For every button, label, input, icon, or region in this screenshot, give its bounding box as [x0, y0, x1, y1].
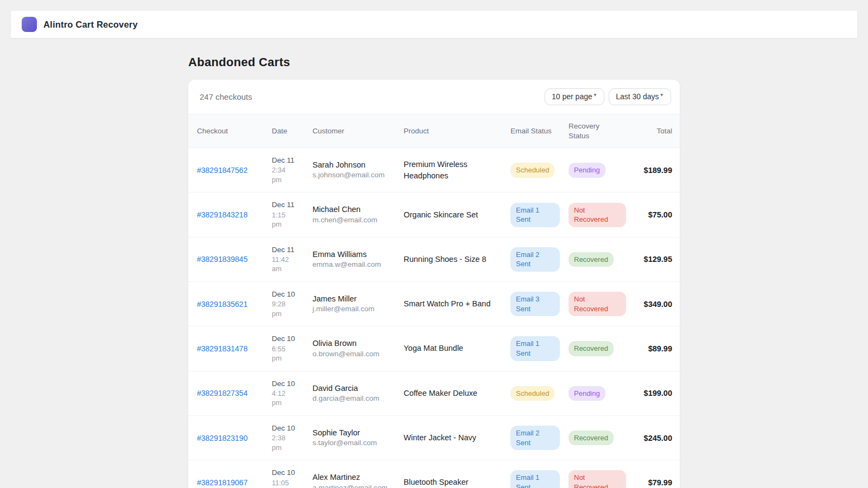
- email-status-badge: Email 2 Sent: [510, 247, 560, 272]
- customer-name: David Garcia: [312, 383, 395, 394]
- chevron-down-icon: ▼: [593, 93, 597, 98]
- table-row: #38291831478 Dec 10 6:55 pm Olivia Brown…: [188, 326, 680, 371]
- table-row: #38291835621 Dec 10 9:28 pm James Miller…: [188, 282, 680, 326]
- order-date: Dec 10: [272, 379, 304, 389]
- checkout-link[interactable]: #38291823190: [197, 434, 247, 442]
- email-status-badge: Email 1 Sent: [510, 336, 560, 361]
- checkout-link[interactable]: #38291827354: [197, 389, 247, 397]
- checkout-count: 247 checkouts: [197, 92, 252, 101]
- customer-name: James Miller: [312, 293, 395, 304]
- order-date: Dec 11: [272, 200, 304, 210]
- order-total: $349.00: [644, 300, 672, 309]
- table-body: #38291847562 Dec 11 2:34 pm Sarah Johnso…: [188, 148, 680, 488]
- email-status-badge: Email 2 Sent: [510, 426, 560, 450]
- checkout-link[interactable]: #38291819067: [197, 478, 247, 487]
- product-name: Winter Jacket - Navy: [404, 433, 476, 442]
- order-date: Dec 10: [272, 468, 304, 478]
- customer-name: Sarah Johnson: [312, 159, 395, 170]
- order-time: 4:12 pm: [272, 389, 293, 408]
- customer-email: m.chen@email.com: [312, 215, 395, 226]
- page-title: Abandoned Carts: [188, 55, 680, 69]
- table-row: #38291827354 Dec 10 4:12 pm David Garcia…: [188, 371, 680, 415]
- recovery-status-badge: Not Recovered: [569, 292, 626, 316]
- customer-email: j.miller@email.com: [312, 304, 395, 314]
- customer-name: Alex Martinez: [312, 472, 395, 483]
- order-time: 2:38 pm: [272, 433, 293, 452]
- order-date: Dec 11: [272, 245, 304, 255]
- checkout-link[interactable]: #38291847562: [197, 166, 247, 175]
- customer-name: Sophie Taylor: [312, 427, 395, 438]
- checkout-link[interactable]: #38291843218: [197, 210, 247, 219]
- email-status-badge: Scheduled: [510, 163, 554, 178]
- order-time: 1:15 pm: [272, 210, 293, 229]
- order-time: 2:34 pm: [272, 165, 293, 184]
- app-logo-icon: [22, 17, 37, 32]
- chevron-down-icon: ▼: [660, 93, 664, 98]
- recovery-status-badge: Not Recovered: [569, 470, 626, 488]
- order-total: $79.99: [648, 478, 672, 487]
- column-header-recovery-status: Recovery Status: [564, 114, 630, 148]
- column-header-email-status: Email Status: [506, 114, 564, 148]
- order-date: Dec 10: [272, 290, 304, 299]
- customer-email: a.martinez@email.com: [312, 483, 395, 488]
- recovery-status-badge: Pending: [569, 386, 605, 401]
- recovery-status-badge: Pending: [569, 163, 605, 178]
- date-range-dropdown-label: Last 30 days: [616, 92, 659, 101]
- order-time: 9:28 pm: [272, 299, 293, 318]
- checkout-link[interactable]: #38291831478: [197, 344, 247, 353]
- customer-name: Olivia Brown: [312, 338, 395, 349]
- product-name: Yoga Mat Bundle: [404, 344, 463, 352]
- email-status-badge: Email 3 Sent: [510, 292, 560, 316]
- main-content: Abandoned Carts 247 checkouts 10 per pag…: [188, 55, 680, 488]
- recovery-status-badge: Recovered: [569, 341, 614, 356]
- customer-name: Michael Chen: [312, 204, 395, 215]
- order-total: $129.95: [644, 255, 672, 264]
- product-name: Coffee Maker Deluxe: [404, 389, 477, 397]
- order-total: $75.00: [648, 210, 672, 219]
- per-page-dropdown[interactable]: 10 per page▼: [545, 88, 604, 105]
- order-total: $199.00: [644, 389, 672, 397]
- table-row: #38291823190 Dec 10 2:38 pm Sophie Taylo…: [188, 415, 680, 460]
- toolbar-controls: 10 per page▼ Last 30 days▼: [545, 88, 671, 105]
- table-toolbar: 247 checkouts 10 per page▼ Last 30 days▼: [188, 80, 680, 114]
- product-name: Premium Wireless Headphones: [404, 160, 468, 180]
- recovery-status-badge: Recovered: [569, 431, 614, 446]
- recovery-status-badge: Recovered: [569, 252, 614, 267]
- order-time: 6:55 pm: [272, 344, 293, 363]
- order-time: 11:05 am: [272, 478, 293, 488]
- date-range-dropdown[interactable]: Last 30 days▼: [609, 88, 671, 105]
- table-row: #38291847562 Dec 11 2:34 pm Sarah Johnso…: [188, 148, 680, 192]
- column-header-total: Total: [630, 114, 680, 148]
- order-total: $245.00: [644, 434, 672, 442]
- table-row: #38291819067 Dec 10 11:05 am Alex Martin…: [188, 460, 680, 488]
- recovery-status-badge: Not Recovered: [569, 203, 626, 227]
- abandoned-carts-table: Checkout Date Customer Product Email Sta…: [188, 114, 680, 488]
- customer-name: Emma Williams: [312, 249, 395, 260]
- order-date: Dec 11: [272, 156, 304, 165]
- email-status-badge: Email 1 Sent: [510, 470, 560, 488]
- customer-email: emma.w@email.com: [312, 260, 395, 270]
- product-name: Smart Watch Pro + Band: [404, 299, 490, 308]
- checkout-link[interactable]: #38291839845: [197, 255, 247, 264]
- column-header-checkout: Checkout: [188, 114, 267, 148]
- table-header: Checkout Date Customer Product Email Sta…: [188, 114, 680, 148]
- order-date: Dec 10: [272, 334, 304, 344]
- customer-email: o.brown@email.com: [312, 349, 395, 359]
- customer-email: s.taylor@email.com: [312, 438, 395, 448]
- order-date: Dec 10: [272, 423, 304, 433]
- table-row: #38291843218 Dec 11 1:15 pm Michael Chen…: [188, 192, 680, 237]
- table-row: #38291839845 Dec 11 11:42 am Emma Willia…: [188, 237, 680, 281]
- column-header-product: Product: [399, 114, 506, 148]
- order-time: 11:42 am: [272, 255, 293, 274]
- per-page-dropdown-label: 10 per page: [552, 92, 592, 101]
- product-name: Running Shoes - Size 8: [404, 255, 486, 264]
- product-name: Bluetooth Speaker: [404, 478, 468, 486]
- column-header-date: Date: [267, 114, 308, 148]
- abandoned-carts-card: 247 checkouts 10 per page▼ Last 30 days▼…: [188, 80, 680, 488]
- order-total: $189.99: [644, 166, 672, 175]
- checkout-link[interactable]: #38291835621: [197, 300, 247, 309]
- email-status-badge: Email 1 Sent: [510, 203, 560, 227]
- customer-email: s.johnson@email.com: [312, 170, 395, 181]
- column-header-customer: Customer: [308, 114, 399, 148]
- app-header: Alintro Cart Recovery: [11, 11, 857, 38]
